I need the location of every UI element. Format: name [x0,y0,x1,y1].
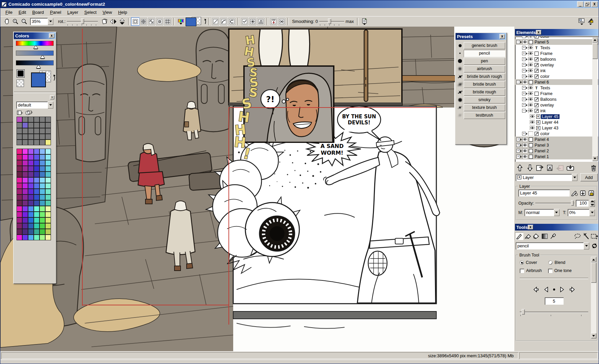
brush-options-scrollbar[interactable] [591,257,596,338]
tree-row-frame[interactable]: +Frame [515,51,598,56]
tool-select-value[interactable]: pencil [516,242,583,249]
tree-row-label[interactable]: Texts [539,86,551,90]
spectrum-swatch[interactable] [39,235,45,240]
spectrum-swatch[interactable] [17,229,22,235]
size-step-first-icon[interactable] [533,286,539,293]
visibility-eye-icon[interactable] [530,126,535,130]
spectrum-swatch[interactable] [28,217,34,223]
preset-bristle-rough[interactable]: bristle rough [464,89,505,96]
expand-icon[interactable]: + [522,74,526,78]
palette-select-dropdown-button[interactable] [48,101,53,109]
custom-swatch[interactable] [22,122,28,128]
tree-row-ink[interactable]: +ink [515,68,598,73]
tree-row-label[interactable]: color [539,74,550,79]
spectrum-swatch[interactable] [34,183,39,189]
collapse-icon[interactable]: − [522,109,526,113]
custom-swatch[interactable] [28,134,34,140]
blend-mode-combo[interactable]: normal [524,209,560,216]
collapse-icon[interactable]: − [516,40,520,44]
zoom-level-combo[interactable]: 35% [30,18,53,25]
spectrum-swatch[interactable] [22,149,28,154]
spectrum-swatch[interactable] [17,177,22,183]
tree-row-color[interactable]: +color [515,73,598,79]
tree-row-label[interactable]: overlay [539,63,555,67]
cover-radio[interactable] [520,261,524,265]
expand-icon[interactable]: + [522,103,526,107]
preset-smoky[interactable]: smoky [464,96,505,103]
minimize-button[interactable]: _ [577,1,583,7]
custom-swatch[interactable] [34,128,39,134]
elements-panel-titlebar[interactable]: Elements x [515,29,598,36]
spectrum-swatch[interactable] [22,172,28,177]
visibility-eye-icon[interactable] [522,154,527,159]
visibility-eye-icon[interactable] [528,109,533,113]
fill-bucket-tool-button[interactable] [532,232,540,240]
reset-rotation-icon[interactable] [101,18,109,26]
spectrum-swatch[interactable] [22,166,28,172]
gradient-tool-button[interactable] [540,232,549,240]
spectrum-swatch[interactable] [39,206,45,212]
spectrum-swatch[interactable] [34,154,39,160]
menu-edit[interactable]: Edit [16,9,29,16]
spectrum-swatch[interactable] [45,194,51,200]
expand-icon[interactable]: + [522,36,526,38]
swap-colors-icon[interactable] [51,74,55,82]
layer-type-combo[interactable]: xLayer [516,174,577,181]
preset-pen[interactable]: pen [464,58,505,65]
onetone-label[interactable]: One tone [554,268,572,273]
preset-generic-brush[interactable]: generic brush [464,42,505,49]
polygon-select-button[interactable] [241,18,248,25]
spectrum-swatch[interactable] [17,235,22,240]
pencil-tool-button[interactable] [515,232,523,240]
brush-size-slider[interactable] [520,309,588,315]
menu-help[interactable]: Help [115,9,130,16]
tree-row-label[interactable]: Texts [539,46,551,50]
custom-swatch[interactable] [39,140,45,145]
size-step-down-icon[interactable] [544,286,548,293]
airbrush-label[interactable]: Airbrush [526,268,542,273]
layout-grid-3x3-button[interactable] [164,18,171,25]
custom-swatch[interactable] [34,140,39,145]
custom-swatch[interactable] [39,128,45,134]
transform-tool-button[interactable] [590,232,598,240]
magic-wand-tool-button[interactable] [581,232,590,240]
tree-row-panel-3[interactable]: +Panel 3 [515,142,598,148]
airbrush-checkbox[interactable] [520,269,524,273]
tools-panel-close-icon[interactable]: x [528,225,533,230]
spectrum-swatch[interactable] [34,149,39,154]
tree-row-label[interactable]: Panel 2 [534,149,550,153]
tree-row-overlay[interactable]: +overlay [515,62,598,68]
custom-swatch[interactable] [45,140,51,145]
custom-swatch[interactable] [34,117,39,122]
spectrum-swatch[interactable] [39,183,45,189]
tree-row-label[interactable]: balloons [539,57,557,62]
tool-select-combo[interactable]: pencil [516,242,589,249]
refresh-tool-icon[interactable] [591,243,598,249]
blend-radio[interactable] [548,261,552,265]
custom-swatch[interactable] [28,117,34,122]
expand-icon[interactable]: + [522,92,526,95]
opacity-spinner[interactable] [590,200,595,207]
tools-panel-titlebar[interactable]: Tools x [515,224,598,231]
spectrum-swatch[interactable] [22,212,28,217]
menu-board[interactable]: Board [29,9,47,16]
spectrum-swatch[interactable] [17,166,22,172]
spectrum-swatch[interactable] [28,183,34,189]
spectrum-swatch[interactable] [17,200,22,206]
spectrum-swatch[interactable] [17,223,22,229]
spectrum-swatch[interactable] [28,154,34,160]
pan-hand-tool[interactable] [3,18,11,26]
spectrum-swatch[interactable] [22,229,28,235]
spectrum-swatch[interactable] [34,212,39,217]
spectrum-swatch-grid[interactable] [17,149,56,240]
custom-swatch[interactable] [45,134,51,140]
collapse-icon[interactable]: − [516,80,520,84]
visibility-eye-icon[interactable] [522,143,527,147]
spectrum-swatch[interactable] [34,223,39,229]
tree-row-label[interactable]: color [539,36,550,39]
tree-row-label[interactable]: Panel 3 [534,143,550,148]
tree-row-color[interactable]: +color [515,131,598,136]
preset-airbrush[interactable]: airbrush [464,65,505,72]
custom-swatch[interactable] [45,128,51,134]
layout-grid-margin-button[interactable] [148,18,155,25]
